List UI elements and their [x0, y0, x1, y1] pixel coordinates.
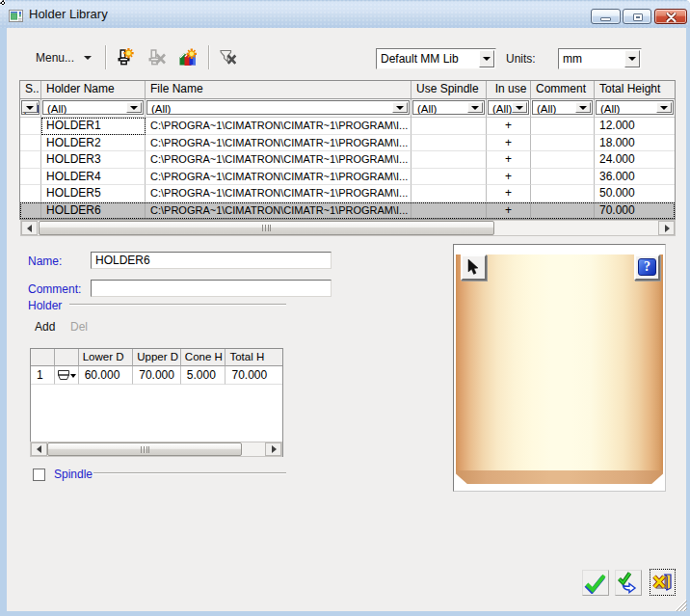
- holder-name-cell[interactable]: HOLDER6: [41, 202, 146, 220]
- filter-in-use[interactable]: (All): [488, 100, 529, 115]
- filter-holder-name[interactable]: (All): [42, 100, 144, 115]
- comment-cell[interactable]: [531, 185, 595, 202]
- column-header-holder-name[interactable]: Holder Name: [41, 81, 146, 99]
- dropdown-arrow-icon[interactable]: [467, 102, 483, 113]
- holder-row-4[interactable]: HOLDER4 C:\PROGRA~1\CIMATRON\CIMATR~1\PR…: [20, 169, 675, 186]
- close-button[interactable]: [654, 9, 687, 24]
- scroll-thumb[interactable]: [39, 221, 494, 235]
- filter-use-spindle[interactable]: (All): [412, 100, 485, 115]
- column-header-use-spindle[interactable]: Use Spindle: [411, 81, 487, 99]
- dropdown-arrow-icon[interactable]: [392, 102, 408, 113]
- filter-file-name[interactable]: (All): [146, 100, 410, 115]
- use-spindle-cell[interactable]: [411, 118, 487, 135]
- total-height-cell[interactable]: 18.000: [595, 135, 675, 152]
- dropdown-arrow-icon[interactable]: [624, 50, 640, 67]
- column-header-cone-h[interactable]: Cone H: [181, 349, 226, 366]
- column-header-upper-d[interactable]: Upper D: [133, 349, 181, 366]
- filter-total-height[interactable]: (All): [596, 100, 674, 115]
- holder-row-5[interactable]: HOLDER5 C:\PROGRA~1\CIMATRON\CIMATR~1\PR…: [20, 185, 675, 202]
- total-h-cell[interactable]: 70.000: [226, 366, 282, 385]
- dropdown-arrow-icon[interactable]: [126, 102, 142, 113]
- in-use-cell[interactable]: +: [487, 202, 531, 220]
- titlebar[interactable]: Holder Library: [0, 0, 690, 28]
- new-library-button[interactable]: [178, 48, 197, 67]
- file-name-cell[interactable]: C:\PROGRA~1\CIMATRON\CIMATR~1\PROGRAM\I.…: [146, 151, 411, 169]
- holder-preview-panel[interactable]: [453, 244, 666, 492]
- in-use-cell[interactable]: +: [487, 135, 531, 152]
- column-header-comment[interactable]: Comment: [531, 81, 595, 99]
- dropdown-arrow-icon[interactable]: [575, 102, 591, 113]
- segment-type-cell[interactable]: [55, 366, 79, 385]
- use-spindle-cell[interactable]: [411, 151, 487, 169]
- total-height-cell[interactable]: 50.000: [595, 185, 675, 202]
- menu-button[interactable]: Menu...: [24, 47, 97, 68]
- ok-button[interactable]: [582, 570, 609, 596]
- comment-cell[interactable]: [531, 151, 595, 169]
- file-name-cell[interactable]: C:\PROGRA~1\CIMATRON\CIMATR~1\PROGRAM\I.…: [146, 202, 411, 220]
- in-use-cell[interactable]: +: [487, 118, 531, 135]
- scroll-thumb[interactable]: [47, 442, 242, 456]
- file-name-cell[interactable]: C:\PROGRA~1\CIMATRON\CIMATR~1\PROGRAM\I.…: [146, 169, 411, 186]
- scroll-left-arrow[interactable]: [21, 221, 38, 235]
- use-spindle-cell[interactable]: [411, 202, 487, 220]
- new-holder-button[interactable]: [116, 48, 134, 67]
- in-use-cell[interactable]: +: [487, 151, 531, 169]
- total-height-cell[interactable]: 70.000: [595, 202, 675, 220]
- help-button[interactable]: ?: [634, 254, 660, 281]
- dropdown-arrow-icon[interactable]: [656, 102, 672, 113]
- comment-cell[interactable]: [531, 202, 595, 220]
- holder-table-hscrollbar[interactable]: [20, 220, 676, 236]
- exit-button[interactable]: [650, 569, 676, 596]
- segment-row-1[interactable]: 1 60.000 70.000 5.000 70.000: [31, 366, 282, 385]
- column-header-total-h[interactable]: Total H: [226, 349, 282, 366]
- dropdown-arrow-icon[interactable]: [479, 50, 494, 67]
- holder-name-cell[interactable]: HOLDER4: [41, 169, 146, 186]
- name-input[interactable]: [91, 252, 332, 269]
- use-spindle-cell[interactable]: [411, 169, 487, 186]
- add-button[interactable]: Add: [35, 320, 55, 334]
- comment-cell[interactable]: [531, 135, 595, 152]
- upper-d-cell[interactable]: 70.000: [133, 366, 181, 385]
- apply-button[interactable]: [615, 570, 642, 596]
- dropdown-arrow-icon[interactable]: [22, 102, 38, 113]
- scroll-right-arrow[interactable]: [265, 442, 281, 456]
- in-use-cell[interactable]: +: [487, 169, 531, 186]
- library-select[interactable]: Default MM Lib: [376, 48, 496, 69]
- pointer-tool-button[interactable]: [461, 254, 487, 281]
- column-header-in-use[interactable]: In use: [487, 81, 531, 99]
- dropdown-arrow-icon[interactable]: [512, 102, 527, 113]
- file-name-cell[interactable]: C:\PROGRA~1\CIMATRON\CIMATR~1\PROGRAM\I.…: [146, 135, 411, 152]
- scroll-right-arrow[interactable]: [658, 221, 675, 235]
- segments-table-hscrollbar[interactable]: [30, 442, 282, 457]
- spindle-checkbox[interactable]: [33, 469, 45, 481]
- total-height-cell[interactable]: 36.000: [595, 169, 675, 186]
- filter-comment[interactable]: (All): [532, 100, 593, 115]
- dropdown-arrow-icon[interactable]: [70, 374, 76, 378]
- column-header-file-name[interactable]: File Name: [146, 81, 411, 99]
- holder-name-cell[interactable]: HOLDER3: [41, 151, 146, 169]
- holder-row-6[interactable]: HOLDER6 C:\PROGRA~1\CIMATRON\CIMATR~1\PR…: [20, 202, 675, 220]
- holder-row-2[interactable]: HOLDER2 C:\PROGRA~1\CIMATRON\CIMATR~1\PR…: [20, 135, 675, 152]
- comment-input[interactable]: [91, 280, 332, 297]
- holder-name-cell[interactable]: HOLDER1: [41, 118, 146, 135]
- total-height-cell[interactable]: 24.000: [595, 151, 675, 169]
- cone-h-cell[interactable]: 5.000: [181, 366, 226, 385]
- file-name-cell[interactable]: C:\PROGRA~1\CIMATRON\CIMATR~1\PROGRAM\I.…: [146, 185, 411, 202]
- scroll-left-arrow[interactable]: [31, 442, 47, 456]
- use-spindle-cell[interactable]: [411, 135, 487, 152]
- column-header-s[interactable]: S..: [20, 81, 41, 99]
- total-height-cell[interactable]: 12.000: [595, 118, 675, 135]
- in-use-cell[interactable]: +: [487, 185, 531, 202]
- file-name-cell[interactable]: C:\PROGRA~1\CIMATRON\CIMATR~1\PROGRAM\I.…: [146, 118, 411, 135]
- column-header-total-height[interactable]: Total Height: [595, 81, 675, 99]
- column-header-lower-d[interactable]: Lower D: [79, 349, 134, 366]
- holder-row-1[interactable]: HOLDER1 C:\PROGRA~1\CIMATRON\CIMATR~1\PR…: [20, 118, 675, 135]
- holder-row-3[interactable]: HOLDER3 C:\PROGRA~1\CIMATRON\CIMATR~1\PR…: [20, 151, 675, 169]
- comment-cell[interactable]: [531, 118, 595, 135]
- lower-d-cell[interactable]: 60.000: [79, 366, 134, 385]
- minimize-button[interactable]: [591, 9, 621, 24]
- holder-name-cell[interactable]: HOLDER2: [41, 135, 146, 152]
- holder-name-cell[interactable]: HOLDER5: [41, 185, 146, 202]
- resize-grip[interactable]: [675, 599, 687, 611]
- restore-button[interactable]: [623, 9, 651, 24]
